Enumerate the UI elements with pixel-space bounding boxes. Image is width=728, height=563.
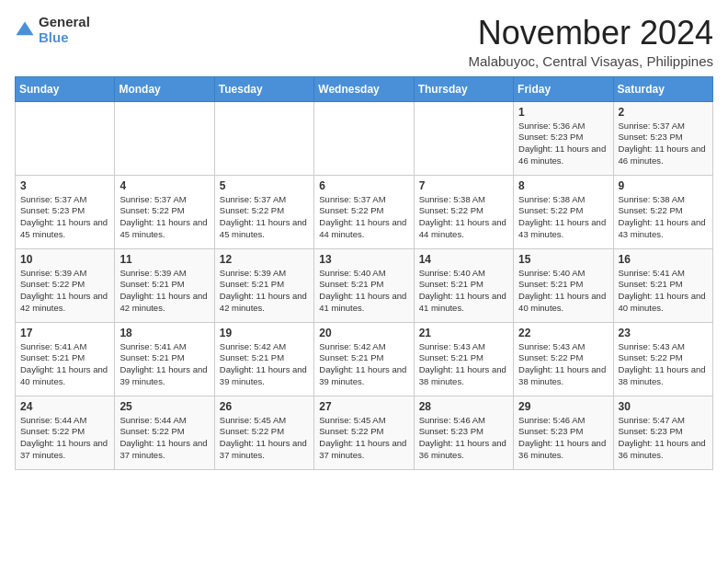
- day-info: Sunrise: 5:42 AM Sunset: 5:21 PM Dayligh…: [319, 341, 408, 388]
- calendar-cell: 19Sunrise: 5:42 AM Sunset: 5:21 PM Dayli…: [214, 322, 313, 396]
- day-info: Sunrise: 5:39 AM Sunset: 5:21 PM Dayligh…: [220, 268, 309, 315]
- calendar-cell: 21Sunrise: 5:43 AM Sunset: 5:21 PM Dayli…: [414, 322, 513, 396]
- day-number: 6: [319, 179, 408, 192]
- calendar-cell: 6Sunrise: 5:37 AM Sunset: 5:22 PM Daylig…: [314, 175, 414, 248]
- calendar-cell: 24Sunrise: 5:44 AM Sunset: 5:22 PM Dayli…: [16, 396, 115, 469]
- day-info: Sunrise: 5:39 AM Sunset: 5:21 PM Dayligh…: [119, 268, 209, 315]
- day-info: Sunrise: 5:40 AM Sunset: 5:21 PM Dayligh…: [518, 268, 608, 315]
- day-number: 29: [518, 400, 608, 413]
- calendar-cell: 10Sunrise: 5:39 AM Sunset: 5:22 PM Dayli…: [16, 248, 115, 322]
- calendar-cell: 20Sunrise: 5:42 AM Sunset: 5:21 PM Dayli…: [314, 322, 414, 396]
- day-number: 10: [20, 253, 109, 266]
- title-area: November 2024 Malabuyoc, Central Visayas…: [468, 15, 713, 69]
- day-number: 24: [20, 400, 109, 413]
- day-number: 18: [119, 327, 209, 339]
- day-info: Sunrise: 5:37 AM Sunset: 5:22 PM Dayligh…: [319, 194, 408, 241]
- day-number: 25: [119, 400, 209, 413]
- calendar-cell: 18Sunrise: 5:41 AM Sunset: 5:21 PM Dayli…: [115, 322, 214, 396]
- day-info: Sunrise: 5:44 AM Sunset: 5:22 PM Dayligh…: [119, 415, 209, 462]
- calendar-week-5: 24Sunrise: 5:44 AM Sunset: 5:22 PM Dayli…: [16, 396, 713, 469]
- weekday-header-row: SundayMondayTuesdayWednesdayThursdayFrid…: [16, 76, 713, 101]
- calendar-cell: 5Sunrise: 5:37 AM Sunset: 5:22 PM Daylig…: [214, 175, 313, 248]
- day-number: 28: [419, 400, 508, 413]
- day-info: Sunrise: 5:38 AM Sunset: 5:22 PM Dayligh…: [619, 194, 708, 241]
- calendar-cell: [214, 101, 313, 175]
- day-info: Sunrise: 5:38 AM Sunset: 5:22 PM Dayligh…: [518, 194, 608, 241]
- day-info: Sunrise: 5:47 AM Sunset: 5:23 PM Dayligh…: [619, 415, 708, 462]
- day-info: Sunrise: 5:42 AM Sunset: 5:21 PM Dayligh…: [220, 341, 309, 388]
- calendar-cell: 26Sunrise: 5:45 AM Sunset: 5:22 PM Dayli…: [214, 396, 313, 469]
- calendar-cell: 28Sunrise: 5:46 AM Sunset: 5:23 PM Dayli…: [414, 396, 513, 469]
- day-number: 16: [619, 253, 708, 266]
- calendar-cell: 14Sunrise: 5:40 AM Sunset: 5:21 PM Dayli…: [414, 248, 513, 322]
- calendar-table: SundayMondayTuesdayWednesdayThursdayFrid…: [15, 76, 713, 470]
- calendar-cell: 2Sunrise: 5:37 AM Sunset: 5:23 PM Daylig…: [613, 101, 712, 175]
- day-info: Sunrise: 5:40 AM Sunset: 5:21 PM Dayligh…: [319, 268, 408, 315]
- day-number: 1: [518, 106, 608, 119]
- day-number: 13: [319, 253, 408, 266]
- weekday-header-saturday: Saturday: [613, 76, 712, 101]
- weekday-header-wednesday: Wednesday: [314, 76, 414, 101]
- day-info: Sunrise: 5:41 AM Sunset: 5:21 PM Dayligh…: [619, 268, 708, 315]
- day-info: Sunrise: 5:43 AM Sunset: 5:22 PM Dayligh…: [518, 341, 608, 388]
- day-info: Sunrise: 5:45 AM Sunset: 5:22 PM Dayligh…: [220, 415, 309, 462]
- calendar-cell: 12Sunrise: 5:39 AM Sunset: 5:21 PM Dayli…: [214, 248, 313, 322]
- day-number: 7: [419, 179, 508, 192]
- day-number: 26: [220, 400, 309, 413]
- day-info: Sunrise: 5:39 AM Sunset: 5:22 PM Dayligh…: [20, 268, 109, 315]
- day-info: Sunrise: 5:38 AM Sunset: 5:22 PM Dayligh…: [419, 194, 508, 241]
- day-info: Sunrise: 5:41 AM Sunset: 5:21 PM Dayligh…: [119, 341, 209, 388]
- weekday-header-thursday: Thursday: [414, 76, 513, 101]
- logo: General Blue: [15, 15, 90, 45]
- calendar-cell: 3Sunrise: 5:37 AM Sunset: 5:23 PM Daylig…: [16, 175, 115, 248]
- weekday-header-monday: Monday: [115, 76, 214, 101]
- day-number: 12: [220, 253, 309, 266]
- calendar-cell: [414, 101, 513, 175]
- day-number: 21: [419, 327, 508, 339]
- calendar-cell: 15Sunrise: 5:40 AM Sunset: 5:21 PM Dayli…: [514, 248, 613, 322]
- calendar-cell: 8Sunrise: 5:38 AM Sunset: 5:22 PM Daylig…: [514, 175, 613, 248]
- calendar-cell: 17Sunrise: 5:41 AM Sunset: 5:21 PM Dayli…: [16, 322, 115, 396]
- calendar-week-1: 1Sunrise: 5:36 AM Sunset: 5:23 PM Daylig…: [16, 101, 713, 175]
- calendar-cell: 29Sunrise: 5:46 AM Sunset: 5:23 PM Dayli…: [514, 396, 613, 469]
- day-info: Sunrise: 5:46 AM Sunset: 5:23 PM Dayligh…: [518, 415, 608, 462]
- day-info: Sunrise: 5:41 AM Sunset: 5:21 PM Dayligh…: [20, 341, 109, 388]
- calendar-cell: 30Sunrise: 5:47 AM Sunset: 5:23 PM Dayli…: [613, 396, 712, 469]
- calendar-body: 1Sunrise: 5:36 AM Sunset: 5:23 PM Daylig…: [16, 101, 713, 469]
- day-info: Sunrise: 5:43 AM Sunset: 5:21 PM Dayligh…: [419, 341, 508, 388]
- logo-general: General: [39, 15, 90, 30]
- location-title: Malabuyoc, Central Visayas, Philippines: [468, 53, 713, 69]
- calendar-week-3: 10Sunrise: 5:39 AM Sunset: 5:22 PM Dayli…: [16, 248, 713, 322]
- calendar-cell: [314, 101, 414, 175]
- logo-text: General Blue: [39, 15, 90, 45]
- calendar-cell: [115, 101, 214, 175]
- day-number: 3: [20, 179, 109, 192]
- calendar-week-2: 3Sunrise: 5:37 AM Sunset: 5:23 PM Daylig…: [16, 175, 713, 248]
- day-number: 5: [220, 179, 309, 192]
- day-number: 11: [119, 253, 209, 266]
- day-number: 8: [518, 179, 608, 192]
- calendar-cell: 13Sunrise: 5:40 AM Sunset: 5:21 PM Dayli…: [314, 248, 414, 322]
- svg-marker-0: [16, 21, 33, 35]
- day-info: Sunrise: 5:37 AM Sunset: 5:23 PM Dayligh…: [619, 121, 708, 167]
- day-number: 30: [619, 400, 708, 413]
- day-info: Sunrise: 5:37 AM Sunset: 5:23 PM Dayligh…: [20, 194, 109, 241]
- month-title: November 2024: [468, 15, 713, 52]
- weekday-header-tuesday: Tuesday: [214, 76, 313, 101]
- day-info: Sunrise: 5:40 AM Sunset: 5:21 PM Dayligh…: [419, 268, 508, 315]
- calendar-cell: 23Sunrise: 5:43 AM Sunset: 5:22 PM Dayli…: [613, 322, 712, 396]
- calendar-cell: 9Sunrise: 5:38 AM Sunset: 5:22 PM Daylig…: [613, 175, 712, 248]
- page-header: General Blue November 2024 Malabuyoc, Ce…: [15, 15, 713, 69]
- weekday-header-friday: Friday: [514, 76, 613, 101]
- day-number: 9: [619, 179, 708, 192]
- calendar-cell: [16, 101, 115, 175]
- day-number: 20: [319, 327, 408, 339]
- day-info: Sunrise: 5:46 AM Sunset: 5:23 PM Dayligh…: [419, 415, 508, 462]
- calendar-cell: 1Sunrise: 5:36 AM Sunset: 5:23 PM Daylig…: [514, 101, 613, 175]
- day-number: 17: [20, 327, 109, 339]
- day-info: Sunrise: 5:37 AM Sunset: 5:22 PM Dayligh…: [220, 194, 309, 241]
- logo-blue: Blue: [39, 30, 90, 46]
- calendar-cell: 7Sunrise: 5:38 AM Sunset: 5:22 PM Daylig…: [414, 175, 513, 248]
- calendar-cell: 4Sunrise: 5:37 AM Sunset: 5:22 PM Daylig…: [115, 175, 214, 248]
- day-number: 23: [619, 327, 708, 339]
